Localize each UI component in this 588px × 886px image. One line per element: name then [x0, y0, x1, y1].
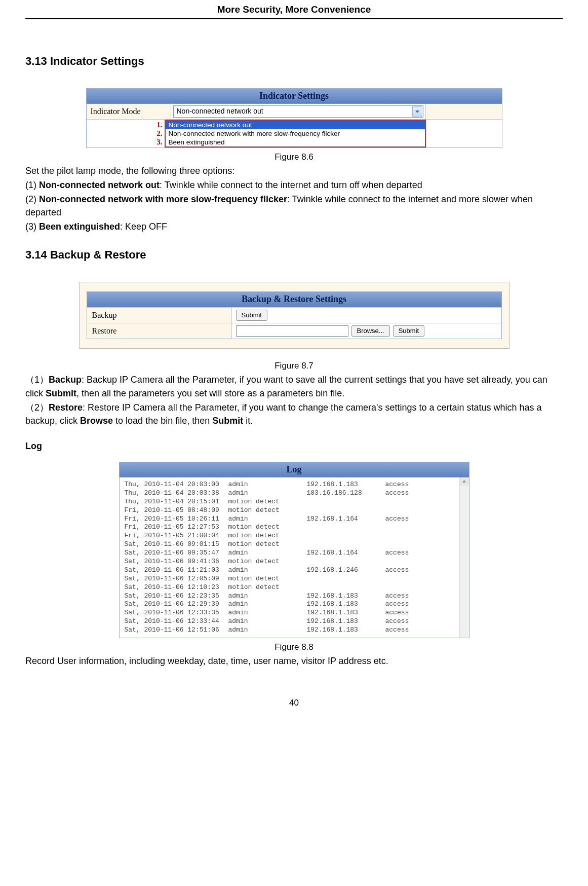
restore-label: Restore: [87, 323, 232, 339]
log-row: Sat, 2010-11-06 12:10:23motion detect: [125, 583, 454, 592]
restore-submit-button[interactable]: Submit: [393, 325, 424, 337]
backup-restore-panel-title: Backup & Restore Settings: [87, 292, 501, 307]
scroll-up-icon[interactable]: [460, 477, 469, 486]
log-row: Fri, 2010-11-05 08:48:09motion detect: [125, 506, 454, 515]
indicator-mode-label: Indicator Mode: [87, 104, 171, 120]
log-row: Sat, 2010-11-06 09:41:36motion detect: [125, 558, 454, 566]
dropdown-option[interactable]: Non-connected network with more slow-fre…: [166, 129, 425, 138]
chevron-down-icon[interactable]: [412, 106, 422, 117]
log-row: Fri, 2010-11-05 12:27:53motion detect: [125, 523, 454, 532]
dropdown-annotation-numbers: 1. 2. 3.: [87, 120, 165, 147]
figure-8-8-caption: Figure 8.8: [25, 642, 563, 652]
log-row: Sat, 2010-11-06 09:35:47admin192.168.1.1…: [125, 549, 454, 558]
restore-browse-button[interactable]: Browse...: [351, 325, 390, 337]
page-header: More Security, More Convenience: [25, 0, 563, 19]
dropdown-option[interactable]: Non-connected network out: [166, 121, 425, 129]
restore-file-input[interactable]: [236, 325, 348, 337]
indicator-panel-title: Indicator Settings: [87, 89, 502, 104]
section-3-13-heading: 3.13 Indicator Settings: [25, 55, 563, 68]
log-textarea[interactable]: Thu, 2010-11-04 20:03:00admin192.168.1.1…: [120, 477, 459, 638]
log-row: Thu, 2010-11-04 20:15:01motion detect: [125, 498, 454, 506]
log-row: Sat, 2010-11-06 12:05:09motion detect: [125, 575, 454, 583]
log-row: Sat, 2010-11-06 12:29:39admin192.168.1.1…: [125, 600, 454, 609]
figure-8-7-caption: Figure 8.7: [25, 361, 563, 371]
indicator-mode-dropdown-list[interactable]: Non-connected network out Non-connected …: [165, 120, 426, 147]
log-row: Fri, 2010-11-05 21:00:04motion detect: [125, 532, 454, 540]
section-3-14-body: （1）Backup: Backup IP Camera all the Para…: [25, 373, 563, 427]
indicator-settings-panel: Indicator Settings Indicator Mode Non-co…: [86, 88, 502, 148]
log-heading: Log: [25, 441, 42, 451]
section-3-13-body: Set the pilot lamp mode, the following t…: [25, 164, 563, 233]
log-panel-title: Log: [120, 462, 469, 477]
log-panel: Log Thu, 2010-11-04 20:03:00admin192.168…: [119, 462, 469, 638]
backup-restore-panel: Backup & Restore Settings Backup Submit …: [79, 282, 509, 349]
log-row: Thu, 2010-11-04 20:03:00admin192.168.1.1…: [125, 481, 454, 489]
dropdown-option[interactable]: Been extinguished: [166, 138, 425, 146]
log-row: Sat, 2010-11-06 12:33:44admin192.168.1.1…: [125, 617, 454, 626]
svg-marker-1: [462, 481, 466, 483]
indicator-empty-cell: [425, 104, 502, 120]
section-3-14-heading: 3.14 Backup & Restore: [25, 248, 563, 262]
log-row: Fri, 2010-11-05 10:26:11admin192.168.1.1…: [125, 515, 454, 524]
log-row: Sat, 2010-11-06 11:21:03admin192.168.1.2…: [125, 566, 454, 575]
backup-label: Backup: [87, 308, 232, 323]
log-row: Sat, 2010-11-06 12:51:06admin192.168.1.1…: [125, 626, 454, 635]
log-summary: Record User information, including weekd…: [25, 654, 563, 668]
svg-marker-0: [415, 110, 419, 113]
log-row: Sat, 2010-11-06 09:01:15motion detect: [125, 540, 454, 549]
log-row: Sat, 2010-11-06 12:23:35admin192.168.1.1…: [125, 592, 454, 601]
log-row: Sat, 2010-11-06 12:33:35admin192.168.1.1…: [125, 609, 454, 617]
figure-8-6-caption: Figure 8.6: [25, 152, 563, 162]
page-number: 40: [25, 698, 563, 708]
log-row: Thu, 2010-11-04 20:03:38admin183.16.186.…: [125, 489, 454, 498]
backup-submit-button[interactable]: Submit: [236, 310, 267, 321]
indicator-mode-selected-value: Non-connected network out: [177, 107, 263, 115]
indicator-mode-select[interactable]: Non-connected network out: [173, 105, 423, 118]
log-scrollbar[interactable]: [459, 477, 469, 638]
dropdown-empty-cell: [426, 120, 502, 147]
